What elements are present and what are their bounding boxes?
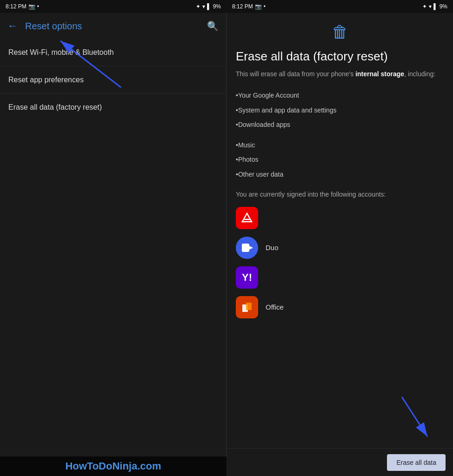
office-logo-svg: [240, 301, 253, 314]
duo-account-name: Duo: [266, 244, 279, 251]
erase-title: Erase all data (factory reset): [236, 49, 444, 64]
left-camera-icon: 📷: [28, 3, 35, 10]
data-item-spacer: [236, 132, 444, 138]
subtitle-end: , including:: [404, 70, 435, 78]
left-time: 8:12 PM: [6, 3, 27, 10]
right-status-left: 8:12 PM 📷 •: [232, 3, 266, 10]
left-battery: 9%: [213, 3, 221, 10]
office-icon: [236, 296, 258, 318]
bottom-bar: Erase all data: [226, 448, 453, 476]
menu-item-factory-reset-label: Erase all data (factory reset): [8, 103, 102, 111]
page-title: Reset options: [25, 21, 207, 32]
screens-container: ← Reset options 🔍 Reset Wi-Fi, mobile & …: [0, 13, 453, 476]
menu-list: Reset Wi-Fi, mobile & Bluetooth Reset ap…: [0, 39, 226, 476]
left-status: 8:12 PM 📷 • ✦ ▾ ▌ 9%: [0, 0, 226, 13]
account-item-adobe: [236, 207, 444, 229]
data-item-1: •System and app data and settings: [236, 103, 444, 118]
signed-in-text: You are currently signed into the follow…: [236, 190, 444, 199]
right-status: 8:12 PM 📷 • ✦ ▾ ▌ 9%: [226, 0, 453, 13]
duo-icon: [236, 237, 258, 259]
erase-subtitle: This will erase all data from your phone…: [236, 69, 444, 79]
left-status-right: ✦ ▾ ▌ 9%: [196, 3, 221, 10]
svg-rect-8: [246, 303, 252, 310]
data-item-0: •Your Google Account: [236, 88, 444, 103]
right-signal-icon: ▌: [433, 3, 438, 10]
erase-all-button[interactable]: Erase all data: [387, 454, 446, 471]
right-dot: •: [264, 3, 266, 10]
subtitle-bold: internal storage: [355, 70, 404, 78]
right-time: 8:12 PM: [232, 3, 253, 10]
menu-item-factory-reset[interactable]: Erase all data (factory reset): [0, 94, 226, 121]
data-item-6: •Other user data: [236, 167, 444, 182]
watermark: HowToDoNinja.com: [0, 456, 226, 476]
duo-logo-svg: [241, 242, 253, 254]
account-list: Duo Y!: [236, 207, 444, 318]
left-dot: •: [37, 3, 39, 10]
left-status-left: 8:12 PM 📷 •: [6, 3, 39, 10]
right-screen: 🗑 Erase all data (factory reset) This wi…: [226, 13, 453, 476]
status-bar: 8:12 PM 📷 • ✦ ▾ ▌ 9% 8:12 PM 📷 • ✦ ▾ ▌ 9…: [0, 0, 453, 13]
menu-item-app-prefs[interactable]: Reset app preferences: [0, 66, 226, 94]
data-item-2: •Downloaded apps: [236, 118, 444, 132]
adobe-icon: [236, 207, 258, 229]
data-list: •Your Google Account •System and app dat…: [236, 88, 444, 182]
account-item-office: Office: [236, 296, 444, 318]
left-bluetooth-icon: ✦: [196, 3, 200, 10]
left-wifi-icon: ▾: [202, 3, 205, 10]
left-signal-icon: ▌: [207, 3, 211, 10]
right-status-right: ✦ ▾ ▌ 9%: [422, 3, 447, 10]
right-battery: 9%: [440, 3, 447, 10]
trash-icon-wrap: 🗑: [236, 22, 444, 42]
back-button[interactable]: ←: [7, 20, 18, 32]
toolbar: ← Reset options 🔍: [0, 13, 226, 39]
menu-item-app-prefs-label: Reset app preferences: [8, 76, 84, 84]
left-screen: ← Reset options 🔍 Reset Wi-Fi, mobile & …: [0, 13, 226, 476]
trash-icon: 🗑: [332, 22, 348, 42]
data-item-4: •Music: [236, 138, 444, 153]
menu-item-wifi[interactable]: Reset Wi-Fi, mobile & Bluetooth: [0, 39, 226, 66]
yahoo-logo-svg: Y!: [240, 271, 254, 284]
right-bluetooth-icon: ✦: [422, 3, 427, 10]
search-icon[interactable]: 🔍: [207, 20, 219, 32]
subtitle-plain: This will erase all data from your phone…: [236, 70, 355, 78]
right-camera-icon: 📷: [255, 3, 262, 10]
account-item-duo: Duo: [236, 237, 444, 259]
right-content: 🗑 Erase all data (factory reset) This wi…: [226, 13, 453, 476]
svg-rect-4: [242, 244, 249, 252]
account-item-yahoo: Y!: [236, 266, 444, 289]
right-wifi-icon: ▾: [429, 3, 432, 10]
office-account-name: Office: [266, 303, 284, 311]
adobe-logo-svg: [240, 212, 253, 225]
svg-text:Y!: Y!: [242, 271, 252, 283]
data-item-5: •Photos: [236, 152, 444, 167]
yahoo-icon: Y!: [236, 266, 258, 289]
svg-marker-5: [249, 246, 253, 250]
svg-marker-2: [242, 213, 252, 222]
menu-item-wifi-label: Reset Wi-Fi, mobile & Bluetooth: [8, 48, 114, 56]
